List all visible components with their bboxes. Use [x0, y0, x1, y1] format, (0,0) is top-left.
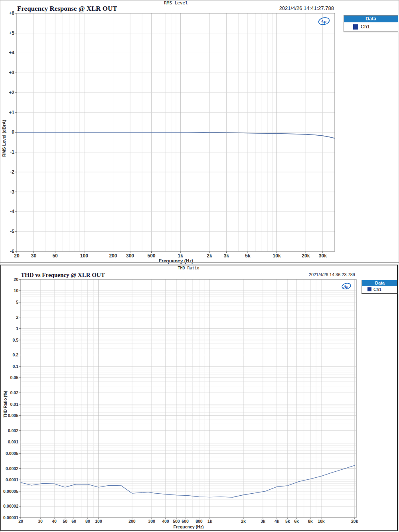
- svg-text:0.0002: 0.0002: [6, 466, 18, 471]
- svg-text:0.02: 0.02: [10, 390, 19, 395]
- svg-text:300: 300: [126, 253, 134, 259]
- svg-text:20k: 20k: [302, 253, 310, 259]
- thd-plot: 2030405060801002003004005006008001k2k3k4…: [0, 265, 399, 532]
- svg-text:0.2: 0.2: [12, 352, 18, 357]
- svg-text:8k: 8k: [308, 519, 313, 524]
- svg-text:2k: 2k: [241, 519, 246, 524]
- svg-text:-4: -4: [10, 209, 14, 214]
- y-axis-title-thd-ratio: THD Ratio (%): [3, 391, 8, 417]
- svg-text:+3: +3: [9, 70, 14, 75]
- svg-text:5k: 5k: [285, 519, 290, 524]
- svg-text:30: 30: [38, 519, 43, 524]
- svg-text:500: 500: [147, 253, 155, 259]
- svg-text:+2: +2: [9, 90, 14, 95]
- legend-row-ch1: Ch1: [344, 22, 398, 32]
- svg-text:200: 200: [128, 519, 136, 524]
- svg-text:0.00005: 0.00005: [3, 489, 18, 494]
- svg-text:500: 500: [173, 519, 180, 524]
- legend-channel-label: Ch1: [373, 287, 381, 292]
- svg-text:+1: +1: [9, 110, 14, 115]
- svg-text:0.002: 0.002: [8, 428, 18, 433]
- ap-logo-icon: Ap: [341, 283, 352, 291]
- legend-row-ch1: Ch1: [362, 286, 398, 293]
- svg-text:-2: -2: [10, 169, 14, 175]
- svg-text:800: 800: [196, 519, 203, 524]
- svg-text:10k: 10k: [318, 519, 325, 524]
- svg-text:0: 0: [12, 129, 14, 135]
- svg-text:0.1: 0.1: [12, 364, 18, 369]
- svg-text:100: 100: [80, 253, 88, 259]
- svg-text:0.00002: 0.00002: [3, 504, 18, 508]
- svg-text:0.01: 0.01: [10, 402, 19, 407]
- svg-text:50: 50: [52, 253, 58, 259]
- svg-text:200: 200: [109, 253, 117, 259]
- x-axis-title-frequency: Frequency (Hz): [17, 258, 335, 264]
- svg-text:0.0005: 0.0005: [6, 451, 18, 456]
- svg-text:-1: -1: [10, 149, 14, 155]
- svg-text:0.00001: 0.00001: [3, 515, 18, 520]
- svg-text:0.001: 0.001: [8, 439, 18, 444]
- svg-text:-6: -6: [10, 249, 14, 254]
- svg-text:10: 10: [14, 288, 18, 293]
- svg-text:100: 100: [95, 519, 102, 524]
- svg-text:20: 20: [14, 277, 18, 282]
- svg-text:0.005: 0.005: [8, 413, 18, 418]
- svg-text:10k: 10k: [273, 253, 281, 259]
- svg-text:20: 20: [14, 253, 20, 259]
- svg-text:1k: 1k: [207, 519, 212, 524]
- svg-text:0.05: 0.05: [10, 375, 19, 380]
- svg-text:50: 50: [63, 519, 67, 524]
- svg-text:300: 300: [148, 519, 155, 524]
- ap-logo-icon: Ap: [318, 17, 330, 27]
- channel-color-swatch: [353, 24, 358, 30]
- svg-text:2: 2: [16, 315, 18, 320]
- svg-text:60: 60: [71, 519, 76, 524]
- svg-text:3k: 3k: [261, 519, 265, 524]
- svg-text:+6: +6: [9, 10, 14, 16]
- svg-text:+5: +5: [9, 30, 14, 36]
- svg-text:-3: -3: [10, 189, 14, 195]
- svg-text:0.0001: 0.0001: [6, 477, 18, 482]
- svg-text:6k: 6k: [294, 519, 299, 524]
- svg-text:400: 400: [162, 519, 169, 524]
- x-axis-title-frequency-thd: Frequency (Hz): [21, 524, 356, 529]
- svg-text:2k: 2k: [207, 253, 212, 259]
- svg-text:20: 20: [18, 519, 23, 524]
- svg-text:5k: 5k: [245, 253, 251, 259]
- legend-box: Data Ch1: [361, 280, 398, 294]
- svg-text:1: 1: [16, 326, 18, 331]
- svg-text:3k: 3k: [224, 253, 229, 259]
- svg-text:4k: 4k: [275, 519, 279, 524]
- y-axis-title-rms-level: RMS Level (dBrA): [2, 120, 6, 157]
- frequency-response-plot: 2030501002003005001k2k3k5k10k20k30k+6+5+…: [0, 0, 399, 265]
- ap-measurement-report: RMS Level Frequency Response @ XLR OUT 2…: [0, 0, 399, 532]
- svg-text:80: 80: [85, 519, 90, 524]
- legend-header: Data: [344, 16, 398, 22]
- legend-box: Data Ch1: [344, 15, 398, 32]
- svg-text:+4: +4: [9, 50, 14, 55]
- svg-text:0.5: 0.5: [12, 338, 18, 342]
- svg-text:-5: -5: [10, 229, 14, 234]
- channel-color-swatch: [367, 287, 371, 291]
- svg-text:30k: 30k: [319, 253, 327, 259]
- legend-channel-label: Ch1: [361, 24, 370, 30]
- svg-text:20k: 20k: [351, 519, 358, 524]
- svg-text:1k: 1k: [178, 253, 184, 259]
- panel-divider: [0, 262, 399, 263]
- svg-text:30: 30: [31, 253, 37, 259]
- svg-text:600: 600: [182, 519, 189, 524]
- svg-text:Ap: Ap: [343, 284, 348, 289]
- svg-text:40: 40: [52, 519, 57, 524]
- svg-text:Ap: Ap: [320, 19, 327, 24]
- legend-header: Data: [362, 280, 398, 286]
- svg-text:5: 5: [16, 300, 18, 305]
